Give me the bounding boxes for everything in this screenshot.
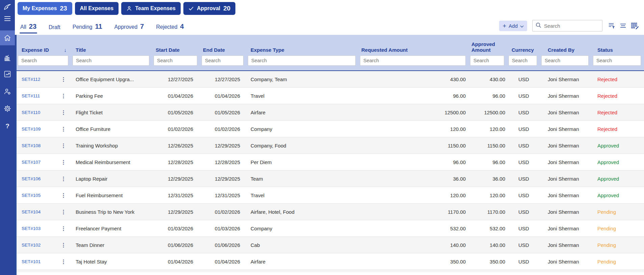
add-button[interactable]: + Add [499,21,527,31]
column-search-created-by[interactable] [541,55,589,66]
column-header-approved-amount[interactable]: Approved Amount [469,41,499,53]
group-lines-icon[interactable] [619,22,627,30]
approved-amount-cell: 350.00 [469,259,507,265]
table-row[interactable]: SET#108 ⋮ Training Workshop 12/26/2025 1… [17,137,644,154]
tab-all-expenses[interactable]: All Expenses [75,2,119,15]
expense-id-link[interactable]: SET#101 [22,259,41,264]
created-by-cell: Joni Sherman [540,209,592,215]
table-row[interactable]: SET#103 ⋮ Freelancer Payment 01/03/2026 … [17,220,644,237]
column-header-expense-type[interactable]: Expense Type [247,47,359,53]
filter-list-icon[interactable] [608,22,616,30]
currency-cell: USD [507,209,540,215]
expense-id-link[interactable]: SET#109 [22,127,41,132]
column-search-requested-amount[interactable] [360,55,466,66]
tab-label: Team Expenses [135,5,176,12]
status-filter-tabs: All 23 Draft Pending 11 Approved 7 Rejec… [20,23,195,35]
requested-amount-cell: 12500.00 [359,110,469,115]
approved-amount-cell: 12500.00 [469,110,507,115]
created-by-cell: Joni Sherman [540,159,592,165]
table-row[interactable]: SET#105 ⋮ Fuel Reimbursement 12/31/2025 … [17,187,644,204]
row-menu-icon[interactable]: ⋮ [60,242,67,248]
row-menu-icon[interactable]: ⋮ [60,209,67,215]
filter-tab-rejected[interactable]: Rejected 4 [155,23,184,35]
plus-icon: + [503,23,506,29]
tab-my-expenses[interactable]: My Expenses 23 [18,2,72,15]
column-search-title[interactable] [73,55,149,66]
start-date-cell: 01/03/2026 [152,226,200,231]
row-menu-icon[interactable]: ⋮ [60,192,67,199]
column-search-expense-id[interactable] [18,55,68,66]
tab-team-expenses[interactable]: Team Expenses [121,2,181,15]
expense-id-link[interactable]: SET#106 [22,176,41,181]
column-header-title[interactable]: Title [71,47,152,53]
column-search-end-date[interactable] [202,55,243,66]
filter-tab-approved[interactable]: Approved 7 [114,23,145,35]
column-label: Expense ID [22,47,49,53]
row-menu-icon[interactable]: ⋮ [60,126,67,132]
table-row[interactable]: SET#111 ⋮ Parking Fee 01/04/2026 01/04/2… [17,88,644,104]
column-header-status[interactable]: Status [592,47,644,53]
row-menu-icon[interactable]: ⋮ [60,93,67,99]
column-header-currency[interactable]: Currency [507,47,540,53]
column-header-end-date[interactable]: End Date [200,47,247,53]
edit-columns-icon[interactable] [630,22,639,30]
status-badge: Approved [592,159,644,165]
sidebar-item-user-management[interactable] [0,87,15,97]
column-header-created-by[interactable]: Created By [540,47,592,53]
end-date-cell: 12/29/2025 [200,176,247,182]
expense-id-link[interactable]: SET#112 [22,77,40,82]
table-row[interactable]: SET#102 ⋮ Team Dinner 01/06/2026 01/06/2… [17,237,644,253]
tab-approval[interactable]: Approval 20 [183,2,235,15]
hamburger-menu-icon[interactable] [0,14,15,24]
expense-id-link[interactable]: SET#107 [22,160,41,165]
row-menu-icon[interactable]: ⋮ [60,142,67,149]
expense-id-link[interactable]: SET#105 [22,193,41,198]
sidebar-item-settings[interactable] [0,104,15,114]
table-row[interactable]: SET#107 ⋮ Medical Reimbursement 12/28/20… [17,154,644,170]
status-badge: Approved [592,192,644,198]
expense-title-cell: Office Furniture [71,126,152,132]
column-header-start-date[interactable]: Start Date [152,47,200,53]
column-search-status[interactable] [593,55,641,66]
column-search-expense-type[interactable] [248,55,356,66]
currency-cell: USD [507,159,540,165]
sidebar-item-home[interactable] [0,30,15,45]
filter-tab-all[interactable]: All 23 [20,23,37,35]
expense-id-link[interactable]: SET#110 [22,110,40,115]
table-row[interactable]: SET#106 ⋮ Laptop Repair 12/29/2025 12/29… [17,170,644,187]
sort-desc-icon[interactable]: ↓ [64,47,67,53]
filter-tab-draft[interactable]: Draft [48,24,61,35]
header-labels-row: Expense ID ↓ Title Start Date End Date E… [17,35,644,54]
row-menu-icon[interactable]: ⋮ [60,109,67,116]
filter-count: 4 [180,23,184,30]
sidebar-item-help[interactable]: ? [0,121,15,131]
row-menu-icon[interactable]: ⋮ [60,258,67,265]
filter-tab-pending[interactable]: Pending 11 [72,23,103,35]
expense-id-link[interactable]: SET#111 [22,93,40,98]
sidebar-item-reports[interactable] [0,69,15,79]
table-row[interactable]: SET#109 ⋮ Office Furniture 01/02/2026 01… [17,121,644,137]
search-input[interactable] [544,23,599,29]
status-badge: Rejected [592,93,644,99]
table-row[interactable]: SET#112 ⋮ Office Equipment Upgra... 12/2… [17,71,644,88]
table-row[interactable]: SET#101 ⋮ Taj Hotel Stay 01/04/2026 01/0… [17,253,644,270]
row-menu-icon[interactable]: ⋮ [60,225,67,232]
expense-id-link[interactable]: SET#108 [22,143,41,148]
sidebar-item-analytics[interactable] [0,53,15,63]
row-menu-icon[interactable]: ⋮ [60,76,67,83]
expense-title-cell: Training Workshop [71,143,152,148]
table-row[interactable]: SET#110 ⋮ Flight Ticket 01/05/2026 01/05… [17,104,644,121]
column-search-approved-amount[interactable] [470,55,504,66]
filter-label: All [20,24,26,30]
column-header-requested-amount[interactable]: Requested Amount [359,47,469,53]
column-search-currency[interactable] [509,55,537,66]
expense-id-link[interactable]: SET#104 [22,209,41,214]
column-search-start-date[interactable] [154,55,197,66]
table-row[interactable]: SET#104 ⋮ Business Trip to New York 12/2… [17,204,644,220]
row-menu-icon[interactable]: ⋮ [60,159,67,165]
currency-cell: USD [507,110,540,115]
expense-id-link[interactable]: SET#103 [22,226,41,231]
row-menu-icon[interactable]: ⋮ [60,176,67,182]
column-header-expense-id[interactable]: Expense ID ↓ [17,47,71,53]
expense-id-link[interactable]: SET#102 [22,243,41,248]
